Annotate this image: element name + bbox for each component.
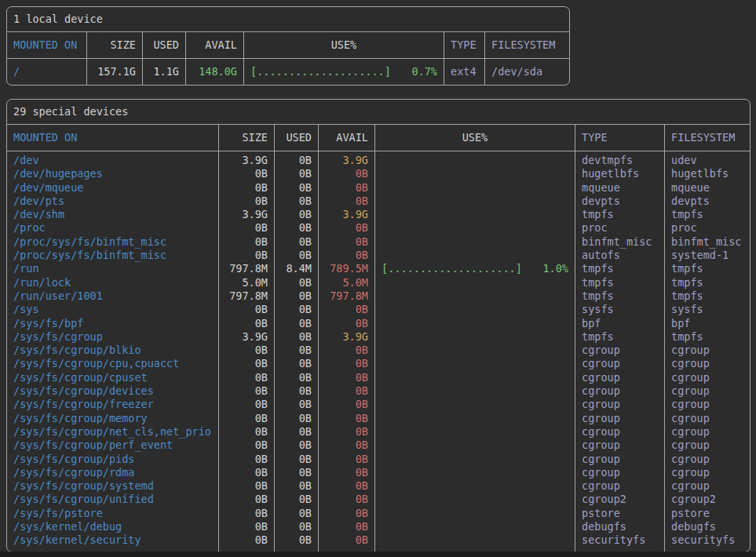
table-row: /sys/fs/cgroup/cpuset0B0B0Bcgroupcgroup (7, 371, 750, 384)
cell-type: tmpfs (575, 276, 664, 289)
cell-used: 0B (274, 276, 318, 289)
cell-use-bar (374, 249, 575, 262)
cell-type: devpts (575, 195, 664, 208)
cell-mounted-on: /proc/sys/fs/binfmt_misc (7, 235, 218, 249)
cell-type: cgroup (575, 412, 664, 425)
cell-filesystem: tmpfs (664, 208, 750, 221)
usage-bar: [....................] (382, 262, 522, 275)
cell-type: cgroup (575, 466, 664, 479)
cell-mounted-on: /sys/fs/cgroup/devices (7, 384, 218, 398)
cell-used: 8.4M (274, 262, 318, 275)
cell-used: 0B (274, 398, 318, 411)
cell-size: 0B (218, 317, 274, 330)
table-row: /dev/mqueue0B0B0Bmqueuemqueue (7, 181, 750, 195)
cell-type: tmpfs (575, 289, 664, 303)
cell-size: 0B (218, 167, 274, 180)
cell-mounted-on: /sys/fs/cgroup/systemd (7, 479, 218, 493)
cell-mounted-on: /run (7, 262, 218, 275)
cell-type: bpf (575, 317, 664, 330)
cell-type: cgroup (575, 344, 664, 357)
cell-type: devtmpfs (575, 151, 664, 167)
cell-use-bar (374, 439, 575, 452)
column-header-size: SIZE (86, 32, 142, 58)
cell-use-bar (374, 507, 575, 520)
cell-filesystem: hugetlbfs (664, 167, 750, 180)
cell-mounted-on: /sys/fs/cgroup (7, 330, 218, 344)
cell-filesystem: cgroup (664, 371, 750, 384)
cell-avail: 0B (318, 357, 374, 370)
table-row: /sys/fs/pstore0B0B0Bpstorepstore (7, 507, 750, 520)
cell-filesystem: tmpfs (664, 262, 750, 275)
cell-used: 0B (274, 507, 318, 520)
cell-avail: 0B (318, 303, 374, 316)
cell-filesystem: bpf (664, 317, 750, 330)
cell-size: 0B (218, 221, 274, 235)
cell-mounted-on: /dev (7, 151, 218, 167)
cell-used: 0B (274, 151, 318, 167)
cell-mounted-on: /dev/mqueue (7, 181, 218, 195)
cell-use-bar (374, 303, 575, 316)
cell-filesystem: cgroup (664, 425, 750, 439)
cell-used: 0B (274, 181, 318, 195)
cell-used: 0B (274, 466, 318, 479)
cell-type: cgroup (575, 384, 664, 398)
table-row: /sys/fs/cgroup/devices0B0B0Bcgroupcgroup (7, 384, 750, 398)
cell-mounted-on: /proc (7, 221, 218, 235)
cell-type: cgroup (575, 357, 664, 370)
cell-size: 0B (218, 412, 274, 425)
cell-filesystem: devpts (664, 195, 750, 208)
cell-type: tmpfs (575, 208, 664, 221)
cell-use-bar (374, 371, 575, 384)
column-header-filesystem: FILESYSTEM (664, 125, 750, 151)
cell-avail: 0B (318, 235, 374, 249)
cell-filesystem: proc (664, 221, 750, 235)
cell-avail: 148.0G (185, 59, 243, 85)
cell-avail: 0B (318, 453, 374, 466)
cell-mounted-on: /sys/fs/cgroup/cpuset (7, 371, 218, 384)
table-row: /sys/fs/cgroup/unified0B0B0Bcgroup2cgrou… (7, 493, 750, 506)
cell-avail: 0B (318, 344, 374, 357)
cell-avail: 789.5M (318, 262, 374, 275)
cell-use-bar (374, 479, 575, 493)
table-row: /sys/kernel/security0B0B0Bsecurityfssecu… (7, 533, 750, 551)
table-row: /sys/fs/cgroup/memory0B0B0Bcgroupcgroup (7, 412, 750, 425)
cell-mounted-on: /sys/fs/cgroup/perf_event (7, 439, 218, 452)
cell-filesystem: binfmt_misc (664, 235, 750, 249)
cell-mounted-on: /dev/hugepages (7, 167, 218, 180)
cell-avail: 0B (318, 195, 374, 208)
cell-filesystem: cgroup (664, 384, 750, 398)
column-header-avail: AVAIL (185, 32, 243, 58)
cell-avail: 0B (318, 249, 374, 262)
table-row: /sys/kernel/debug0B0B0Bdebugfsdebugfs (7, 520, 750, 533)
cell-size: 0B (218, 344, 274, 357)
cell-use-bar (374, 221, 575, 235)
cell-used: 0B (274, 235, 318, 249)
usage-percent: 1.0% (542, 262, 568, 275)
cell-type: autofs (575, 249, 664, 262)
cell-mounted-on: /sys (7, 303, 218, 316)
cell-used: 0B (274, 221, 318, 235)
cell-type: debugfs (575, 520, 664, 533)
table-row: /sys/fs/bpf0B0B0Bbpfbpf (7, 317, 750, 330)
cell-filesystem: cgroup (664, 398, 750, 411)
cell-avail: 0B (318, 493, 374, 506)
cell-filesystem: tmpfs (664, 276, 750, 289)
table-row: /run/user/1001797.8M0B797.8Mtmpfstmpfs (7, 289, 750, 303)
column-header-use: USE% (374, 125, 575, 151)
cell-use-bar (374, 384, 575, 398)
cell-use-bar (374, 344, 575, 357)
cell-use-bar (374, 195, 575, 208)
cell-avail: 0B (318, 167, 374, 180)
cell-type: mqueue (575, 181, 664, 195)
cell-size: 0B (218, 439, 274, 452)
cell-size: 0B (218, 453, 274, 466)
cell-size: 5.0M (218, 276, 274, 289)
cell-filesystem: cgroup (664, 357, 750, 370)
cell-avail: 0B (318, 181, 374, 195)
terminal-bottom-edge (0, 552, 756, 557)
cell-avail: 0B (318, 398, 374, 411)
table-row: /sys/fs/cgroup/pids0B0B0Bcgroupcgroup (7, 453, 750, 466)
table-row: /dev/pts0B0B0Bdevptsdevpts (7, 195, 750, 208)
cell-filesystem: /dev/sda (484, 59, 569, 85)
cell-size: 3.9G (218, 330, 274, 344)
